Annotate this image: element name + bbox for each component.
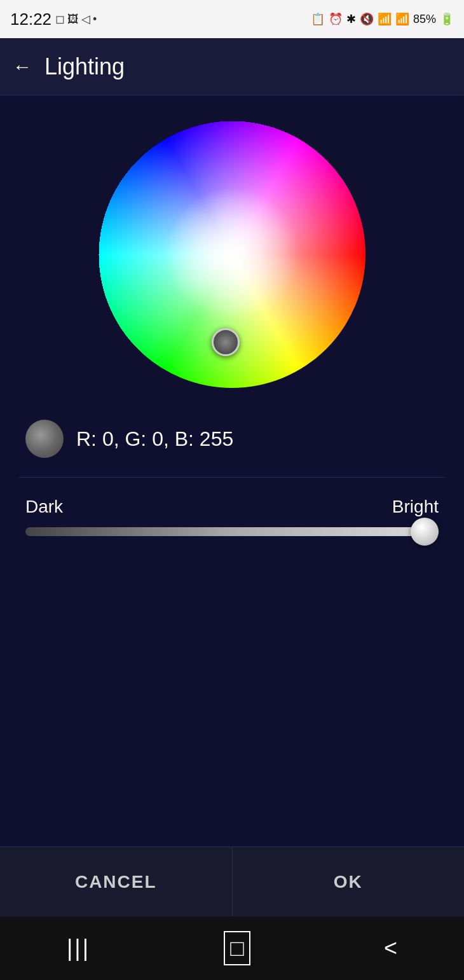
status-notification-icons: ◻ 🖼 ◁ • xyxy=(55,12,97,26)
status-icons-right: 📋 ⏰ ✱ 🔇 📶 📶 85% 🔋 xyxy=(311,12,454,26)
brightness-slider-thumb[interactable] xyxy=(411,518,439,546)
brightness-slider-track[interactable] xyxy=(25,527,439,536)
header: ← Lighting xyxy=(0,38,464,95)
color-preview-swatch xyxy=(25,420,64,458)
nav-bar: ||| □ < xyxy=(0,916,464,980)
color-wheel-thumb[interactable] xyxy=(212,328,240,356)
alarm-icon: ⏰ xyxy=(329,12,343,26)
brightness-section: Dark Bright xyxy=(19,497,445,536)
bluetooth-icon: ✱ xyxy=(346,12,356,26)
bright-label: Bright xyxy=(392,497,439,517)
signal-icon: 📶 xyxy=(395,12,409,26)
location-icon: ◁ xyxy=(81,12,90,26)
status-bar: 12:22 ◻ 🖼 ◁ • 📋 ⏰ ✱ 🔇 📶 📶 85% 🔋 xyxy=(0,0,464,38)
nav-home-icon[interactable]: □ xyxy=(224,931,250,965)
photo-icon: 🖼 xyxy=(67,13,79,26)
battery-icon: 🔋 xyxy=(440,12,454,26)
bottom-buttons: CANCEL OK xyxy=(0,846,464,916)
divider xyxy=(19,477,445,478)
cancel-button[interactable]: CANCEL xyxy=(0,847,233,916)
ok-button[interactable]: OK xyxy=(233,847,465,916)
main-content: R: 0, G: 0, B: 255 Dark Bright xyxy=(0,95,464,846)
clipboard-icon: 📋 xyxy=(311,12,325,26)
page-title: Lighting xyxy=(44,53,125,80)
status-time: 12:22 xyxy=(10,10,51,29)
back-button[interactable]: ← xyxy=(13,56,32,78)
rgb-values: R: 0, G: 0, B: 255 xyxy=(76,427,233,451)
nav-back-icon[interactable]: < xyxy=(384,935,397,962)
wifi-icon: 📶 xyxy=(378,12,392,26)
messenger-icon: ◻ xyxy=(55,12,65,26)
dot-icon: • xyxy=(93,13,97,26)
color-wheel-container[interactable] xyxy=(99,121,365,388)
brightness-labels: Dark Bright xyxy=(25,497,439,517)
nav-menu-icon[interactable]: ||| xyxy=(67,935,90,962)
dark-label: Dark xyxy=(25,497,63,517)
mute-icon: 🔇 xyxy=(360,12,374,26)
battery-text: 85% xyxy=(413,13,436,26)
color-info: R: 0, G: 0, B: 255 xyxy=(19,413,445,471)
